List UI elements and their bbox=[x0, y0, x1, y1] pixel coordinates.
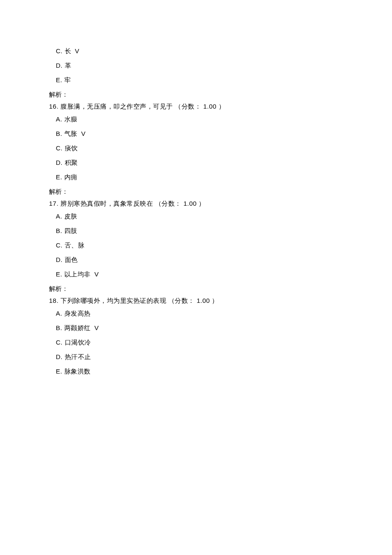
option-text: 水臌 bbox=[64, 115, 78, 123]
option-letter: D. bbox=[56, 62, 63, 69]
option-letter: E. bbox=[56, 270, 62, 278]
question-stem: 17. 辨别寒热真假时，真象常反映在 （分数： 1.00 ） bbox=[49, 198, 392, 209]
option-row: E. 内痈 bbox=[49, 172, 392, 182]
option-row: D. 革 bbox=[49, 60, 392, 71]
option-text: 舌、脉 bbox=[65, 242, 85, 249]
question-number: 16. bbox=[49, 103, 58, 110]
question-close: ） bbox=[199, 200, 205, 207]
question-close: ） bbox=[212, 297, 219, 304]
correct-mark: V bbox=[80, 130, 86, 137]
correct-mark: V bbox=[93, 324, 99, 331]
option-letter: D. bbox=[56, 256, 63, 263]
option-letter: C. bbox=[56, 144, 63, 152]
option-row: B. 四肢 bbox=[49, 226, 392, 236]
option-text: 以上均非 bbox=[64, 270, 91, 278]
option-text: 痰饮 bbox=[65, 144, 78, 152]
option-letter: C. bbox=[56, 242, 63, 249]
option-text: 脉象洪数 bbox=[64, 368, 91, 375]
option-row: B. 两颧娇红 V bbox=[49, 323, 392, 333]
question-number: 17. bbox=[49, 200, 58, 207]
option-text: 牢 bbox=[64, 76, 71, 83]
option-letter: A. bbox=[56, 213, 62, 220]
option-letter: D. bbox=[56, 159, 63, 166]
analysis-label: 解析： bbox=[49, 284, 392, 294]
option-letter: C. bbox=[56, 47, 63, 55]
option-row: E. 以上均非 V bbox=[49, 269, 392, 279]
option-text: 长 bbox=[65, 47, 72, 55]
question-text: 腹胀满，无压痛，叩之作空声，可见于 （分数： bbox=[61, 103, 201, 110]
option-row: E. 牢 bbox=[49, 75, 392, 85]
option-letter: A. bbox=[56, 115, 62, 123]
option-letter: E. bbox=[56, 368, 62, 375]
option-letter: E. bbox=[56, 173, 62, 181]
option-row: E. 脉象洪数 bbox=[49, 366, 392, 377]
option-letter: A. bbox=[56, 310, 62, 317]
option-text: 两颧娇红 bbox=[64, 324, 91, 331]
question-number: 18. bbox=[49, 297, 58, 304]
option-row: C. 痰饮 bbox=[49, 143, 392, 153]
option-letter: D. bbox=[56, 353, 63, 360]
option-text: 四肢 bbox=[64, 227, 78, 234]
correct-mark: V bbox=[73, 47, 80, 55]
option-row: A. 水臌 bbox=[49, 114, 392, 124]
option-letter: B. bbox=[56, 130, 62, 137]
option-row: C. 口渴饮冷 bbox=[49, 337, 392, 348]
question-text: 辨别寒热真假时，真象常反映在 （分数： bbox=[61, 200, 182, 207]
analysis-label: 解析： bbox=[49, 89, 392, 100]
option-text: 积聚 bbox=[65, 159, 78, 166]
option-text: 热汗不止 bbox=[65, 353, 91, 360]
option-text: 面色 bbox=[65, 256, 78, 263]
exam-page: C. 长 V D. 革 E. 牢 解析： 16. 腹胀满，无压痛，叩之作空声，可… bbox=[0, 0, 392, 555]
option-row: C. 舌、脉 bbox=[49, 240, 392, 250]
option-text: 身发高热 bbox=[64, 310, 91, 317]
option-letter: C. bbox=[56, 339, 63, 346]
analysis-label: 解析： bbox=[49, 187, 392, 197]
question-text: 下列除哪项外，均为里实热证的表现 （分数： bbox=[61, 297, 195, 304]
question-stem: 18. 下列除哪项外，均为里实热证的表现 （分数： 1.00 ） bbox=[49, 296, 392, 306]
option-text: 皮肤 bbox=[64, 213, 78, 220]
option-text: 口渴饮冷 bbox=[65, 339, 91, 346]
question-score: 1.00 bbox=[203, 103, 216, 110]
option-row: C. 长 V bbox=[49, 46, 392, 56]
option-row: D. 积聚 bbox=[49, 158, 392, 168]
option-letter: B. bbox=[56, 227, 62, 234]
question-score: 1.00 bbox=[183, 200, 196, 207]
option-row: D. 面色 bbox=[49, 255, 392, 265]
question-stem: 16. 腹胀满，无压痛，叩之作空声，可见于 （分数： 1.00 ） bbox=[49, 101, 392, 112]
option-text: 内痈 bbox=[64, 173, 78, 181]
option-text: 革 bbox=[65, 62, 72, 69]
correct-mark: V bbox=[93, 270, 99, 278]
option-row: A. 身发高热 bbox=[49, 308, 392, 319]
question-score: 1.00 bbox=[196, 297, 210, 304]
option-text: 气胀 bbox=[64, 130, 78, 137]
option-row: D. 热汗不止 bbox=[49, 352, 392, 362]
option-row: A. 皮肤 bbox=[49, 211, 392, 221]
question-close: ） bbox=[219, 103, 225, 110]
option-letter: B. bbox=[56, 324, 62, 331]
option-letter: E. bbox=[56, 76, 62, 83]
option-row: B. 气胀 V bbox=[49, 129, 392, 139]
